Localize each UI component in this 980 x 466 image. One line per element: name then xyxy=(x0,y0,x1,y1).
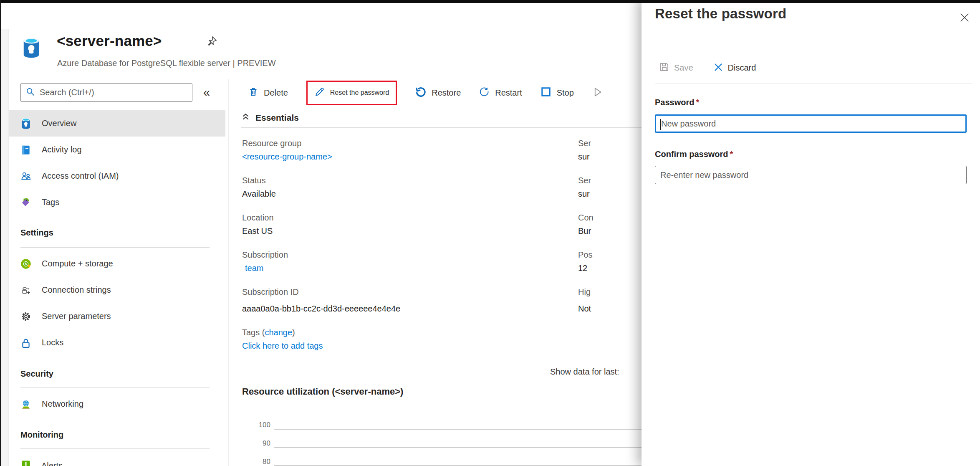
page-subtitle: Azure Database for PostgreSQL flexible s… xyxy=(57,58,276,68)
sidebar-item-label: Alerts xyxy=(41,461,63,466)
search-icon xyxy=(26,87,35,98)
start-overflow-button[interactable] xyxy=(592,87,603,99)
y-tick-100: 100 xyxy=(251,421,270,429)
add-tags-link[interactable]: Click here to add tags xyxy=(242,339,400,352)
y-tick-90: 90 xyxy=(251,439,270,448)
sidebar-item-label: Connection strings xyxy=(42,285,111,295)
essentials-divider xyxy=(241,127,642,128)
sidebar-item-label: Locks xyxy=(42,338,63,347)
save-button[interactable]: Save xyxy=(659,62,693,74)
section-divider xyxy=(20,247,210,248)
essentials-left-column: Resource group <resource-group-name> Sta… xyxy=(242,138,400,364)
restore-button[interactable]: Restore xyxy=(415,86,461,99)
field-subscription-id: Subscription ID aaaa0a0a-bb1b-cc2c-dd3d-… xyxy=(242,286,400,315)
field-tags: Tags (change) Click here to add tags xyxy=(242,327,400,352)
sidebar-item-label: Tags xyxy=(42,198,59,207)
pencil-icon xyxy=(314,87,325,99)
collapse-essentials-icon[interactable] xyxy=(241,112,250,123)
field-subscription: Subscription team xyxy=(242,249,400,274)
restart-icon xyxy=(479,87,490,99)
field-admin-login: Ser sur xyxy=(578,175,594,200)
reset-password-button[interactable]: Reset the password xyxy=(306,81,397,105)
reset-password-panel: Reset the password Save xyxy=(642,0,980,466)
search-input[interactable] xyxy=(39,87,178,98)
sidebar-item-connection-strings[interactable]: Connection strings xyxy=(9,277,225,303)
tags-icon xyxy=(20,196,32,208)
command-bar: Delete Reset the password Restore xyxy=(248,79,603,106)
gridline xyxy=(274,447,642,448)
discard-x-icon xyxy=(713,62,723,74)
sidebar-item-server-parameters[interactable]: Server parameters xyxy=(9,303,225,329)
sidebar-section-monitoring: Monitoring xyxy=(20,430,63,440)
confirm-password-input[interactable] xyxy=(655,170,966,180)
section-divider xyxy=(20,387,210,388)
text-cursor xyxy=(660,119,661,130)
sidebar-search[interactable] xyxy=(20,83,192,102)
confirm-password-input-wrapper xyxy=(655,166,967,184)
required-asterisk: * xyxy=(728,149,733,159)
field-status: Status Available xyxy=(242,175,400,200)
sidebar-item-networking[interactable]: Networking xyxy=(9,391,225,417)
show-data-for-last-label: Show data for last: xyxy=(550,367,619,377)
sidebar-item-locks[interactable]: Locks xyxy=(9,329,225,356)
toolbar-divider xyxy=(241,108,642,108)
sidebar-item-label: Activity log xyxy=(42,145,82,154)
sidebar-item-label: Overview xyxy=(42,119,76,128)
browser-top-bar xyxy=(0,0,980,3)
sidebar-content-divider xyxy=(228,79,229,466)
sidebar-item-label: Compute + storage xyxy=(42,259,113,268)
trash-icon xyxy=(248,87,258,99)
panel-title: Reset the password xyxy=(655,6,786,22)
access-control-icon xyxy=(20,170,32,182)
close-icon[interactable] xyxy=(959,12,970,23)
activity-log-icon xyxy=(20,144,32,156)
sidebar-item-label: Networking xyxy=(42,399,83,409)
password-input[interactable] xyxy=(656,119,965,129)
resource-utilization-title: Resource utilization (<server-name>) xyxy=(242,386,403,397)
blade-left-gutter xyxy=(1,29,9,466)
sidebar-section-settings: Settings xyxy=(20,228,53,238)
alerts-icon xyxy=(20,459,31,466)
postgres-server-icon xyxy=(20,117,32,129)
field-server-name: Ser sur xyxy=(578,138,594,163)
page-title: <server-name> xyxy=(57,33,162,49)
sidebar-item-access-control[interactable]: Access control (IAM) xyxy=(9,163,225,189)
sidebar-item-alerts[interactable]: Alerts xyxy=(20,459,63,466)
server-parameters-icon xyxy=(20,310,32,322)
tags-change-link[interactable]: change xyxy=(265,328,292,337)
stop-button[interactable]: Stop xyxy=(541,86,574,99)
subscription-link[interactable]: team xyxy=(242,262,400,274)
sidebar-item-activity-log[interactable]: Activity log xyxy=(9,137,225,163)
networking-icon xyxy=(20,398,32,410)
field-high-availability: Hig Not xyxy=(578,286,594,315)
password-label: Password* xyxy=(655,98,699,107)
field-configuration: Con Bur xyxy=(578,212,594,237)
section-divider xyxy=(20,448,210,449)
sidebar-item-tags[interactable]: Tags xyxy=(9,189,225,215)
discard-button[interactable]: Discard xyxy=(713,62,756,74)
essentials-right-column: Ser sur Ser sur Con Bur Pos 12 Hig Not xyxy=(578,138,594,327)
sidebar-item-compute-storage[interactable]: $ Compute + storage xyxy=(9,251,225,277)
save-icon xyxy=(659,62,669,74)
next-chevron-icon xyxy=(592,87,603,99)
window-left-edge xyxy=(0,0,1,466)
locks-icon xyxy=(20,337,32,349)
required-asterisk: * xyxy=(694,98,699,107)
pin-icon[interactable] xyxy=(205,35,218,48)
sidebar-item-overview[interactable]: Overview xyxy=(9,110,225,137)
field-postgres-version: Pos 12 xyxy=(578,249,594,274)
stop-icon xyxy=(541,86,551,99)
connection-strings-icon xyxy=(20,284,32,296)
delete-button[interactable]: Delete xyxy=(248,87,288,99)
gridline xyxy=(274,429,642,430)
sidebar-collapse-button[interactable]: « xyxy=(203,85,210,100)
sidebar-section-security: Security xyxy=(20,369,53,379)
svg-text:$: $ xyxy=(25,261,27,266)
confirm-password-label: Confirm password* xyxy=(655,149,733,159)
field-location: Location East US xyxy=(242,212,400,237)
postgres-server-icon xyxy=(22,37,41,59)
resource-group-link[interactable]: <resource-group-name> xyxy=(242,150,400,163)
essentials-header: Essentials xyxy=(241,112,299,123)
field-resource-group: Resource group <resource-group-name> xyxy=(242,138,400,163)
restart-button[interactable]: Restart xyxy=(479,87,522,99)
